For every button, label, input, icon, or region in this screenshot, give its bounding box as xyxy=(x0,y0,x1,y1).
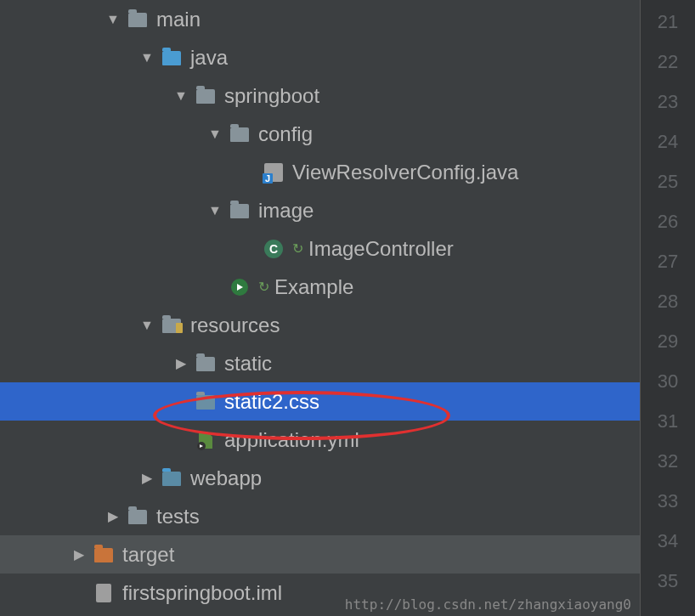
folder-main[interactable]: ▼ main xyxy=(0,0,640,38)
project-tree-panel[interactable]: ▼ main ▼ java ▼ springboot ▼ config View… xyxy=(0,0,640,616)
folder-label: java xyxy=(190,46,228,70)
folder-static2css[interactable]: static2.css xyxy=(0,382,640,421)
folder-label: tests xyxy=(156,505,200,528)
folder-tests[interactable]: ▶ tests xyxy=(0,497,640,535)
folder-label: static xyxy=(224,352,272,376)
runnable-icon: ↻ xyxy=(258,279,269,295)
line-number: 26 xyxy=(658,201,678,241)
folder-label: springboot xyxy=(224,84,319,108)
file-viewresolverconfig[interactable]: ViewResolverConfig.java xyxy=(0,153,640,191)
runnable-class-icon xyxy=(229,277,250,297)
folder-java[interactable]: ▼ java xyxy=(0,38,640,76)
expand-arrow-right-icon[interactable]: ▶ xyxy=(70,545,88,564)
class-imagecontroller[interactable]: C ↻ ImageController xyxy=(0,229,640,268)
watermark-text: http://blog.csdn.net/zhangxiaoyang0 xyxy=(345,596,631,613)
line-number: 35 xyxy=(658,561,678,601)
folder-label: image xyxy=(258,199,314,223)
expand-arrow-down-icon[interactable]: ▼ xyxy=(206,125,224,144)
folder-webapp[interactable]: ▶ webapp xyxy=(0,459,640,497)
line-number: 21 xyxy=(658,2,678,42)
line-number: 30 xyxy=(658,361,678,401)
yml-file-icon xyxy=(195,430,216,450)
folder-icon xyxy=(127,9,148,30)
line-number: 31 xyxy=(658,401,678,441)
expand-arrow-down-icon[interactable]: ▼ xyxy=(206,201,224,220)
editor-gutter: 21 22 23 24 25 26 27 28 29 30 31 32 33 3… xyxy=(640,0,695,616)
line-number: 22 xyxy=(658,42,678,82)
file-label: ViewResolverConfig.java xyxy=(292,161,518,184)
line-number: 23 xyxy=(658,82,678,122)
line-number: 24 xyxy=(658,122,678,161)
folder-springboot[interactable]: ▼ springboot xyxy=(0,76,640,115)
file-applicationyml[interactable]: application.yml xyxy=(0,421,640,459)
runnable-icon: ↻ xyxy=(292,240,303,257)
package-folder-icon xyxy=(229,124,250,144)
web-folder-icon xyxy=(161,468,182,489)
folder-static[interactable]: ▶ static xyxy=(0,344,640,382)
package-folder-icon xyxy=(229,201,250,221)
expand-arrow-right-icon[interactable]: ▶ xyxy=(138,469,156,488)
file-label: application.yml xyxy=(224,428,359,452)
folder-label: static2.css xyxy=(224,390,319,414)
resources-folder-icon xyxy=(161,315,182,336)
package-folder-icon xyxy=(195,86,216,106)
expand-arrow-down-icon[interactable]: ▼ xyxy=(138,316,156,335)
folder-resources[interactable]: ▼ resources xyxy=(0,306,640,344)
class-label: ImageController xyxy=(308,237,454,261)
line-number: 25 xyxy=(658,161,678,201)
expand-arrow-right-icon[interactable]: ▶ xyxy=(104,507,122,526)
folder-image[interactable]: ▼ image xyxy=(0,191,640,229)
expand-arrow-down-icon[interactable]: ▼ xyxy=(138,48,156,67)
expand-arrow-down-icon[interactable]: ▼ xyxy=(104,10,122,29)
folder-config[interactable]: ▼ config xyxy=(0,115,640,153)
iml-file-icon xyxy=(93,583,114,603)
line-number: 32 xyxy=(658,441,678,481)
java-file-icon xyxy=(263,162,284,183)
folder-icon xyxy=(195,353,216,374)
folder-label: config xyxy=(258,122,313,146)
excluded-folder-icon xyxy=(93,545,114,565)
line-number: 28 xyxy=(658,281,678,321)
line-number: 29 xyxy=(658,321,678,361)
file-label: firstspringboot.iml xyxy=(122,581,282,605)
folder-label: main xyxy=(156,8,201,31)
line-number: 33 xyxy=(658,481,678,521)
source-folder-icon xyxy=(161,48,182,68)
class-example[interactable]: ↻ Example xyxy=(0,268,640,306)
expand-arrow-down-icon[interactable]: ▼ xyxy=(172,87,190,105)
folder-label: target xyxy=(122,543,174,567)
folder-label: resources xyxy=(190,314,280,337)
folder-icon xyxy=(195,392,216,412)
class-icon: C xyxy=(263,239,284,259)
folder-target[interactable]: ▶ target xyxy=(0,535,640,574)
line-number: 34 xyxy=(658,521,678,561)
line-number: 27 xyxy=(658,241,678,281)
folder-label: webapp xyxy=(190,466,262,490)
class-label: Example xyxy=(274,275,353,299)
expand-arrow-right-icon[interactable]: ▶ xyxy=(172,354,190,373)
folder-icon xyxy=(127,506,148,527)
